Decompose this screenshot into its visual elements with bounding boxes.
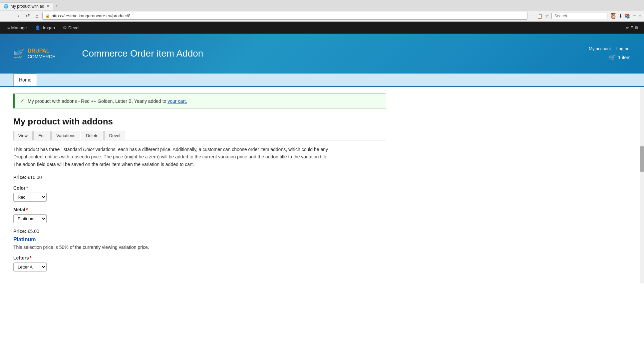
nav-tab-home[interactable]: Home [13, 74, 37, 86]
menu-icon[interactable]: ≡ [639, 13, 641, 19]
color-label: Color* [13, 185, 386, 191]
edit-label: Edit [631, 25, 638, 30]
tab-bar: 🌐 My product with ad ✕ + [0, 0, 644, 11]
manage-label: Manage [11, 25, 27, 30]
price-value: €10.00 [28, 175, 42, 180]
tab-favicon: 🌐 [4, 4, 9, 9]
menu-hamburger-icon: ≡ [7, 25, 10, 30]
pocket-icon[interactable]: 📋 [537, 13, 542, 19]
status-message: ✓ My product with addons - Red ++ Golden… [13, 93, 386, 108]
site-header: 🛒 DRUPAL COMMERCE Commerce Order item Ad… [0, 34, 644, 74]
edit-button[interactable]: ✏ Edit [623, 25, 641, 30]
address-bar[interactable]: 🔒 https://testme.kangaroocare.eu/product… [42, 12, 527, 20]
task-edit[interactable]: Edit [33, 131, 51, 140]
nav-tabs: Home [13, 74, 631, 86]
task-devel[interactable]: Devel [104, 131, 125, 140]
refresh-button[interactable]: ↺ [24, 12, 32, 20]
user-links: My account Log out [589, 46, 631, 51]
admin-bar: ≡ Manage 👤 drugan ⚙ Devel ✏ Edit [0, 22, 644, 34]
price-row: Price: €10.00 [13, 175, 386, 180]
letters-required-star: * [30, 255, 31, 261]
cart-summary[interactable]: 🛒 1 item [609, 54, 631, 61]
admin-manage-menu[interactable]: ≡ Manage [3, 22, 31, 34]
header-right: My account Log out 🛒 1 item [589, 46, 631, 61]
scrollbar[interactable] [640, 87, 644, 283]
username-label: drugan [42, 25, 55, 30]
cart-count: 1 item [618, 55, 631, 60]
url-text: https://testme.kangaroocare.eu/product/8 [52, 13, 524, 18]
site-navigation: Home [0, 74, 644, 87]
admin-devel-menu[interactable]: ⚙ Devel [59, 22, 83, 34]
price-label: Price: [13, 175, 26, 180]
lock-icon: 🔒 [45, 14, 50, 18]
tab-title: My product with ad [11, 4, 44, 9]
addon-price-label: Price: [13, 229, 26, 234]
edit-pencil-icon: ✏ [626, 25, 629, 30]
extensions-icon[interactable]: 🦉 [609, 12, 617, 20]
star-icon[interactable]: ☆ [545, 13, 549, 19]
browser-chrome: 🌐 My product with ad ✕ + ← → ↺ ⌂ 🔒 https… [0, 0, 644, 22]
download-icon[interactable]: ⬇ [619, 13, 623, 19]
letters-field-group: Letters* Letter A Letter B Letter C [13, 255, 386, 271]
site-title: Commerce Order item Addon [82, 48, 203, 59]
site-logo[interactable]: 🛒 DRUPAL COMMERCE [13, 48, 55, 59]
logo-commerce-text: COMMERCE [28, 54, 55, 59]
task-delete[interactable]: Delete [81, 131, 104, 140]
sidebar-icon[interactable]: ▭ [632, 13, 637, 19]
color-required-star: * [26, 185, 28, 191]
check-icon: ✓ [20, 98, 24, 104]
logo-cart-icon: 🛒 [13, 48, 25, 59]
addon-title[interactable]: Platinum [13, 237, 386, 243]
metal-select[interactable]: Platinum Gold Silver [13, 214, 47, 223]
more-icon[interactable]: ⋯ [529, 13, 534, 19]
user-icon: 👤 [35, 25, 40, 30]
forward-button[interactable]: → [13, 12, 22, 20]
metal-field-group: Metal* Platinum Gold Silver [13, 207, 386, 223]
cart-link[interactable]: your cart. [167, 98, 187, 104]
letters-select[interactable]: Letter A Letter B Letter C [13, 263, 47, 271]
browser-search-input[interactable] [551, 13, 607, 19]
product-title: My product with addons [13, 116, 386, 127]
back-button[interactable]: ← [3, 12, 11, 20]
metal-label: Metal* [13, 207, 386, 212]
task-view[interactable]: View [13, 131, 33, 140]
settings-icon: ⚙ [63, 25, 67, 30]
home-button[interactable]: ⌂ [34, 12, 40, 20]
new-tab-button[interactable]: + [53, 3, 60, 9]
toolbar-icons: ⋯ 📋 ☆ [529, 13, 549, 19]
local-tasks: View Edit Variations Delete Devel [13, 131, 386, 140]
cart-icon: 🛒 [609, 54, 616, 61]
color-select[interactable]: Red Blue Green [13, 193, 47, 202]
main-content: ✓ My product with addons - Red ++ Golden… [0, 87, 400, 283]
browser-tab-active[interactable]: 🌐 My product with ad ✕ [0, 2, 53, 10]
admin-bar-right: ✏ Edit [623, 25, 641, 30]
status-text: My product with addons - Red ++ Golden, … [28, 98, 187, 104]
log-out-link[interactable]: Log out [616, 46, 631, 51]
admin-user-menu[interactable]: 👤 drugan [31, 22, 59, 34]
color-field-group: Color* Red Blue Green [13, 185, 386, 202]
logo-text: DRUPAL COMMERCE [28, 48, 55, 59]
site-header-left: 🛒 DRUPAL COMMERCE Commerce Order item Ad… [13, 48, 203, 59]
scrollbar-thumb[interactable] [640, 146, 644, 172]
my-account-link[interactable]: My account [589, 46, 611, 51]
task-variations[interactable]: Variations [51, 131, 80, 140]
metal-required-star: * [26, 207, 28, 212]
browser-toolbar: ← → ↺ ⌂ 🔒 https://testme.kangaroocare.eu… [0, 11, 644, 21]
addon-description: This selection price is 50% of the curre… [13, 245, 386, 250]
letters-label: Letters* [13, 255, 386, 261]
logo-drupal-text: DRUPAL [28, 48, 55, 54]
devel-label: Devel [68, 25, 79, 30]
addon-price-row: Price: €5.00 [13, 229, 386, 234]
bookmarks-icon[interactable]: 📚 [625, 13, 630, 19]
product-description: This product has three standard Color va… [13, 146, 330, 168]
addon-price-value: €5.00 [28, 229, 39, 234]
tab-close-button[interactable]: ✕ [46, 4, 50, 9]
